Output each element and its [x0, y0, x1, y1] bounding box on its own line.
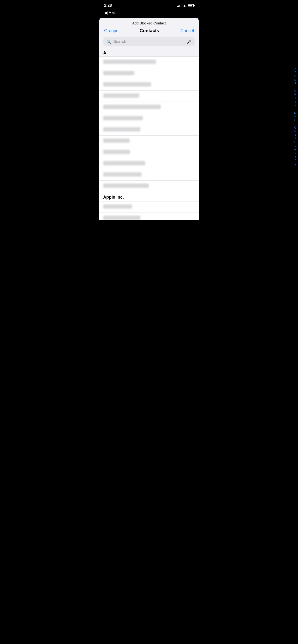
- list-item[interactable]: [99, 90, 199, 102]
- apple-inc-contacts-list: [99, 202, 199, 220]
- search-bar-container: 🔍 Search 🎤: [99, 36, 199, 49]
- contact-name-blurred: [103, 150, 130, 154]
- battery-icon: [188, 4, 194, 7]
- list-item[interactable]: [99, 158, 199, 170]
- back-label: Mail: [108, 10, 115, 15]
- contact-name-blurred: [103, 184, 149, 188]
- contact-name-blurred: [103, 127, 140, 132]
- status-time: 2:28: [104, 3, 112, 8]
- cancel-button[interactable]: Cancel: [181, 28, 194, 33]
- status-bar: 2:28 ▲: [99, 0, 199, 9]
- list-item[interactable]: [99, 136, 199, 147]
- nav-bar: Groups Contacts Cancel: [99, 26, 199, 36]
- list-item[interactable]: [99, 102, 199, 113]
- wifi-icon: ▲: [183, 4, 186, 8]
- signal-icon: [177, 4, 181, 7]
- section-header-a: A: [99, 49, 199, 57]
- list-item[interactable]: [99, 147, 199, 158]
- add-blocked-label: Add Blocked Contact: [99, 18, 199, 26]
- groups-button[interactable]: Groups: [104, 28, 118, 33]
- list-item[interactable]: [99, 181, 199, 192]
- back-chevron-icon: ◀: [104, 10, 107, 15]
- list-item[interactable]: [99, 170, 199, 181]
- contact-name-blurred: [103, 216, 140, 220]
- contact-name-blurred: [103, 60, 156, 64]
- search-placeholder: Search: [113, 39, 185, 44]
- list-item[interactable]: [99, 79, 199, 90]
- contact-name-blurred: [103, 161, 145, 165]
- contact-name-blurred: [103, 105, 161, 109]
- list-item[interactable]: [99, 68, 199, 79]
- section-header-apple-inc: Apple Inc.: [99, 192, 199, 202]
- microphone-icon[interactable]: 🎤: [187, 40, 192, 44]
- contact-name-blurred: [103, 138, 129, 143]
- contact-name-blurred: [103, 94, 139, 98]
- contact-name-blurred: [103, 82, 151, 86]
- page-title: Contacts: [140, 28, 159, 33]
- search-bar[interactable]: 🔍 Search 🎤: [103, 37, 195, 46]
- back-nav[interactable]: ◀ Mail: [99, 9, 199, 18]
- contact-name-blurred: [103, 71, 134, 75]
- contacts-list: [99, 57, 199, 192]
- contact-name-blurred: [103, 204, 132, 209]
- list-item[interactable]: [99, 213, 199, 220]
- back-button[interactable]: ◀ Mail: [104, 10, 115, 15]
- main-container: Add Blocked Contact Groups Contacts Canc…: [99, 18, 199, 220]
- list-item[interactable]: [99, 57, 199, 68]
- status-icons: ▲: [177, 4, 194, 8]
- contact-name-blurred: [103, 116, 143, 120]
- list-item[interactable]: [99, 124, 199, 136]
- search-icon: 🔍: [106, 40, 111, 44]
- list-item[interactable]: [99, 113, 199, 124]
- list-item[interactable]: [99, 202, 199, 213]
- contact-name-blurred: [103, 172, 141, 176]
- contacts-scroll-area[interactable]: A: [99, 49, 199, 220]
